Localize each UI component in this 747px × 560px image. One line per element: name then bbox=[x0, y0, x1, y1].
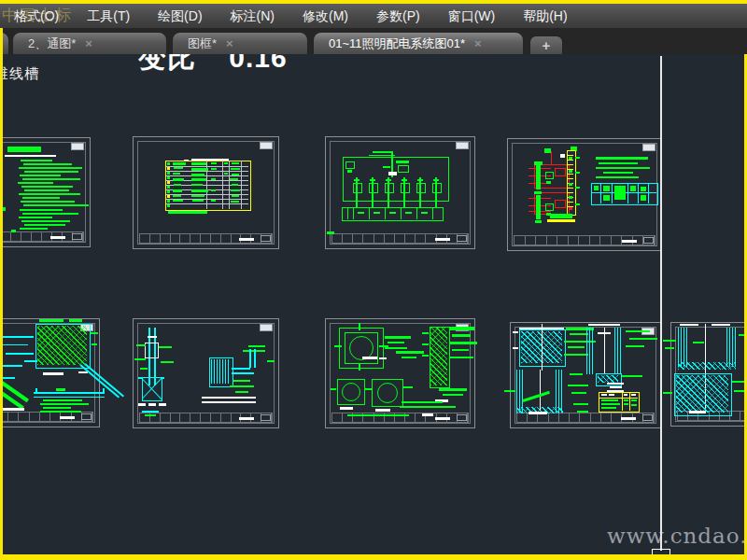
cad-shape bbox=[603, 172, 633, 174]
cad-shape bbox=[136, 344, 146, 346]
cad-shape bbox=[359, 364, 360, 371]
cad-shape bbox=[551, 151, 552, 165]
cad-shape bbox=[359, 323, 360, 330]
cad-shape bbox=[159, 346, 172, 348]
cad-shape bbox=[385, 336, 411, 339]
menu-format[interactable]: 格式(O) bbox=[0, 4, 73, 28]
cad-shape bbox=[631, 404, 637, 406]
cad-shape bbox=[347, 207, 348, 219]
cad-shape bbox=[663, 340, 676, 342]
cad-shape bbox=[575, 157, 580, 159]
cad-shape bbox=[37, 326, 87, 365]
cad-shape bbox=[433, 179, 439, 181]
frame-corner-box bbox=[260, 324, 273, 331]
cad-shape bbox=[601, 394, 607, 396]
cad-shape bbox=[167, 200, 170, 203]
cad-shape bbox=[353, 183, 362, 193]
title-block-box bbox=[72, 233, 82, 240]
cad-shape bbox=[575, 172, 580, 174]
cad-shape bbox=[535, 220, 542, 223]
cad-shape bbox=[624, 399, 628, 401]
close-icon[interactable]: × bbox=[83, 37, 94, 49]
tab-tongtu[interactable]: 2、通图* × bbox=[12, 32, 167, 54]
cad-shape bbox=[191, 178, 206, 181]
frame-corner-box bbox=[456, 142, 469, 149]
cad-shape bbox=[230, 178, 238, 180]
title-block-dash bbox=[239, 417, 254, 420]
menu-modify[interactable]: 修改(M) bbox=[289, 4, 362, 28]
menu-draw[interactable]: 绘图(D) bbox=[144, 4, 216, 28]
cad-shape bbox=[211, 168, 217, 170]
cad-shape bbox=[568, 385, 588, 386]
cad-shape bbox=[568, 192, 573, 193]
cad-shape bbox=[18, 182, 53, 184]
menu-dimension[interactable]: 标注(N) bbox=[217, 4, 289, 28]
cad-shape bbox=[547, 219, 575, 222]
menu-window[interactable]: 窗口(W) bbox=[434, 4, 510, 28]
cad-shape bbox=[232, 368, 250, 370]
tab-tukuang[interactable]: 图框* × bbox=[172, 32, 308, 54]
cad-shape bbox=[222, 161, 223, 209]
cad-shape bbox=[601, 399, 618, 401]
cad-shape bbox=[375, 409, 390, 412]
frame-corner-box bbox=[642, 144, 655, 151]
close-icon[interactable]: × bbox=[472, 37, 484, 49]
menu-parameters[interactable]: 参数(P) bbox=[362, 4, 434, 28]
cad-shape bbox=[416, 207, 417, 219]
cad-shape bbox=[167, 181, 170, 184]
tab-lighting-distribution[interactable]: 01~11照明配电系统图01* × bbox=[313, 32, 524, 54]
cad-shape bbox=[689, 411, 706, 413]
cad-shape bbox=[624, 403, 628, 405]
cad-shape bbox=[211, 200, 216, 202]
cad-shape bbox=[230, 385, 254, 387]
cad-shape bbox=[600, 183, 601, 203]
cad-shape bbox=[568, 188, 573, 189]
cad-shape bbox=[174, 167, 183, 169]
cad-shape bbox=[627, 183, 628, 203]
cad-shape bbox=[604, 328, 605, 374]
cad-shape bbox=[167, 204, 170, 207]
cad-shape bbox=[560, 154, 565, 158]
cad-shape bbox=[167, 195, 170, 198]
menu-tools[interactable]: 工具(T) bbox=[73, 4, 144, 28]
cad-shape bbox=[568, 164, 573, 165]
cad-shape bbox=[665, 347, 674, 349]
cad-shape bbox=[596, 176, 639, 178]
cad-shape bbox=[353, 207, 354, 219]
menu-help[interactable]: 帮助(H) bbox=[509, 4, 581, 28]
cad-shape bbox=[192, 200, 204, 202]
cad-shape bbox=[603, 195, 610, 201]
cad-shape bbox=[610, 386, 622, 388]
cad-shape bbox=[534, 161, 543, 165]
cad-shape bbox=[586, 328, 595, 374]
cad-shape bbox=[603, 186, 610, 191]
cad-shape bbox=[327, 231, 334, 234]
cad-shape bbox=[570, 373, 583, 375]
cad-shape bbox=[340, 407, 353, 410]
cad-shape bbox=[383, 166, 390, 168]
cad-shape bbox=[398, 165, 409, 173]
cad-shape bbox=[211, 178, 216, 180]
title-block-dash bbox=[239, 238, 254, 241]
cad-shape bbox=[569, 207, 572, 210]
cad-shape bbox=[174, 184, 181, 186]
clipped-cad-text: 变比 0.16 bbox=[138, 54, 362, 71]
drawing-canvas[interactable]: 变比 0.16 维线槽 www.cndao.com bbox=[0, 54, 747, 560]
cad-shape bbox=[405, 212, 412, 214]
cad-shape bbox=[211, 359, 230, 384]
cad-text-label: 维线槽 bbox=[0, 65, 39, 83]
new-tab-button[interactable]: + bbox=[529, 35, 563, 54]
cad-shape bbox=[166, 203, 248, 204]
cad-shape bbox=[370, 179, 375, 181]
cad-shape bbox=[546, 181, 551, 184]
close-icon[interactable]: × bbox=[224, 37, 235, 49]
cad-shape bbox=[614, 328, 623, 374]
cad-shape bbox=[142, 411, 159, 413]
cad-shape bbox=[191, 174, 204, 176]
cad-shape bbox=[369, 207, 370, 219]
cad-shape bbox=[248, 345, 265, 347]
cad-shape bbox=[564, 354, 588, 356]
cad-shape bbox=[191, 189, 208, 192]
cad-shape bbox=[232, 162, 239, 164]
tab-label: 2、通图* bbox=[28, 35, 76, 52]
